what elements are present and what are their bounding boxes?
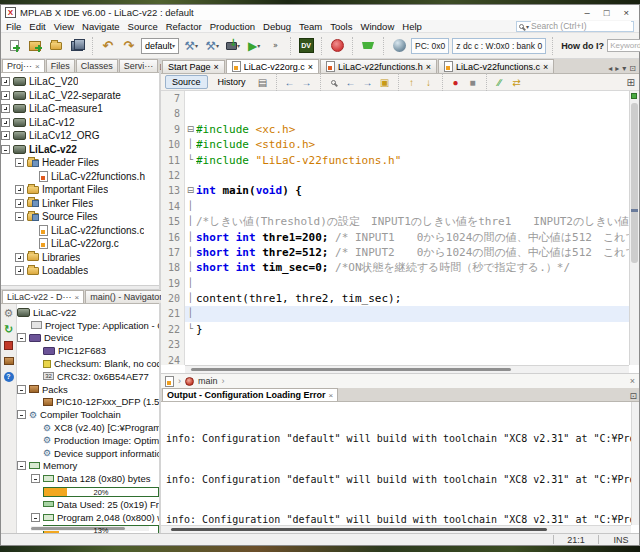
code-line[interactable]: 24 xyxy=(161,353,629,365)
source-view-button[interactable]: Source xyxy=(165,75,208,89)
close-icon[interactable]: × xyxy=(214,62,219,72)
close-icon[interactable]: × xyxy=(75,293,80,302)
code-line[interactable]: 9⊟#include <xc.h> xyxy=(161,122,629,137)
menu-production[interactable]: Production xyxy=(210,21,255,32)
stop-macro-icon[interactable]: ■ xyxy=(466,75,480,89)
close-button[interactable]: × xyxy=(623,7,629,18)
fold-marker-icon[interactable]: ⊟ xyxy=(185,183,196,198)
tab-lilac-v22org[interactable]: LiLaC-v22org.c× xyxy=(226,59,319,73)
dash-item-memory[interactable]: Memory xyxy=(17,460,159,473)
collapse-icon[interactable] xyxy=(17,333,26,342)
mplab-discover-button[interactable] xyxy=(328,37,346,55)
code-line[interactable]: 10│#include <stdio.h> xyxy=(161,137,629,152)
expand-icon[interactable] xyxy=(15,266,24,275)
tree-item-file[interactable]: LiLaC-v22functions.h xyxy=(1,170,159,184)
code-line[interactable]: 19│ xyxy=(161,276,629,291)
dash-item-program-memory[interactable]: Program 2,048 (0x800) words xyxy=(17,511,159,524)
dash-item-device-support[interactable]: ⚙Device support information xyxy=(17,447,159,460)
search-input[interactable] xyxy=(531,21,631,31)
last-edited-icon[interactable]: ▤ xyxy=(256,75,270,89)
split-document-icon[interactable]: ⊞ xyxy=(627,77,635,88)
undo-button[interactable]: ↶ xyxy=(99,37,117,55)
mplab-marketplace-button[interactable] xyxy=(359,37,377,55)
program-dropdown-icon[interactable]: ▾ xyxy=(237,42,240,49)
web-browser-button[interactable] xyxy=(390,37,408,55)
tree-item-project[interactable]: LiLaCv12_ORG xyxy=(1,129,159,143)
build-project-button[interactable]: ⚒▾ xyxy=(182,37,200,55)
code-line[interactable]: 14│ xyxy=(161,199,629,214)
dash-item-toolchain[interactable]: ⚙Compiler Toolchain xyxy=(17,408,159,421)
tab-files[interactable]: Files xyxy=(46,59,75,72)
menu-navigate[interactable]: Navigate xyxy=(82,21,120,32)
clean-build-button[interactable]: ⚒▾ xyxy=(203,37,221,55)
history-view-button[interactable]: History xyxy=(211,75,253,89)
find-previous-icon[interactable]: ← xyxy=(344,75,358,89)
save-all-button[interactable] xyxy=(68,37,86,55)
dash-item-device[interactable]: Device xyxy=(17,332,159,345)
tree-item-loadables[interactable]: Loadables xyxy=(1,264,159,278)
tree-item-file[interactable]: LiLaC-v22functions.c xyxy=(1,224,159,238)
dash-item-xc8[interactable]: ⚙XC8 (v2.40) [C:¥Program File xyxy=(17,421,159,434)
quick-search-box[interactable]: ▾ xyxy=(516,21,634,32)
tree-item-source-files[interactable]: Source Files xyxy=(1,210,159,224)
code-line[interactable]: 17│short int thre2=512; /* INPUT2 0から102… xyxy=(161,245,629,260)
code-line[interactable]: 8 xyxy=(161,106,629,121)
dash-item-checksum[interactable]: Checksum: Blank, no code lo xyxy=(17,357,159,370)
code-line[interactable]: 16│short int thre1=200; /* INPUT1 0から102… xyxy=(161,230,629,245)
data-visualizer-button[interactable]: DV xyxy=(297,37,315,55)
dash-item-data-memory[interactable]: Data 128 (0x80) bytes xyxy=(17,472,159,485)
tree-item-linker-files[interactable]: Linker Files xyxy=(1,197,159,211)
code-line[interactable]: 15│/*しきい値(Threshold)の設定 INPUT1のしきい値をthre… xyxy=(161,214,629,229)
toggle-highlight-icon[interactable]: ▣ xyxy=(378,75,392,89)
menu-tools[interactable]: Tools xyxy=(330,21,352,32)
tree-item-project-active[interactable]: LiLaC-v22 xyxy=(1,143,159,157)
menu-debug[interactable]: Debug xyxy=(263,21,291,32)
clean-build-dropdown-icon[interactable]: ▾ xyxy=(216,42,219,49)
dash-item-crc32[interactable]: 32CRC32: 0x6B54AE77 xyxy=(17,370,159,383)
menu-edit[interactable]: Edit xyxy=(29,21,45,32)
collapse-icon[interactable] xyxy=(17,461,26,470)
scroll-tabs-right-icon[interactable]: ▸ xyxy=(615,64,619,73)
tab-classes[interactable]: Classes xyxy=(76,59,118,72)
project-properties-button[interactable]: ⚙ xyxy=(3,307,15,319)
tab-lilac-functions-h[interactable]: LiLaC-v22functions.h× xyxy=(320,59,437,73)
help-button[interactable]: ? xyxy=(3,371,15,383)
dash-item-production-image[interactable]: ⚙Production Image: Optimizatio xyxy=(17,434,159,447)
configuration-select[interactable]: default ▾ xyxy=(141,38,179,54)
refresh-button[interactable]: ↻ xyxy=(3,323,15,335)
menu-help[interactable]: Help xyxy=(402,21,422,32)
breakpoints-button[interactable] xyxy=(3,339,15,351)
tab-output[interactable]: Output - Configuration Loading Error× xyxy=(162,388,338,401)
breadcrumb-item-main[interactable]: main xyxy=(198,376,218,386)
code-line-current[interactable]: 21│ xyxy=(161,306,629,321)
scrollbar-thumb[interactable] xyxy=(631,103,638,263)
run-project-button[interactable]: ▶▾ xyxy=(245,37,263,55)
scrollbar-thumb[interactable] xyxy=(191,368,511,371)
title-bar[interactable]: X MPLAB X IDE v6.00 - LiLaC-v22 : defaul… xyxy=(1,5,639,20)
make-program-device-button[interactable]: ↓▾ xyxy=(224,37,242,55)
tree-item-important-files[interactable]: Important Files xyxy=(1,183,159,197)
tab-projects[interactable]: Proj···× xyxy=(2,59,45,72)
expand-icon[interactable] xyxy=(1,131,10,140)
collapse-icon[interactable] xyxy=(1,145,10,154)
tab-services[interactable]: Servi··· xyxy=(119,59,159,72)
scrollbar-thumb[interactable] xyxy=(171,528,547,531)
menu-file[interactable]: File xyxy=(6,21,21,32)
new-file-button[interactable] xyxy=(5,37,23,55)
minimize-button[interactable]: – xyxy=(584,7,589,18)
collapse-icon[interactable] xyxy=(31,474,40,483)
editor-hscrollbar[interactable] xyxy=(185,365,629,373)
menu-refactor[interactable]: Refactor xyxy=(166,21,202,32)
close-icon[interactable]: × xyxy=(308,62,313,72)
tab-start-page[interactable]: Start Page× xyxy=(162,60,225,73)
close-icon[interactable]: × xyxy=(630,376,635,386)
new-project-button[interactable] xyxy=(26,37,44,55)
menu-window[interactable]: Window xyxy=(360,21,394,32)
scroll-tabs-left-icon[interactable]: ◂ xyxy=(608,64,612,73)
dash-item-project[interactable]: LiLaC-v22 xyxy=(17,306,159,319)
forward-icon[interactable]: → xyxy=(300,75,314,89)
open-project-button[interactable] xyxy=(47,37,65,55)
expand-icon[interactable] xyxy=(15,199,24,208)
tab-lilac-functions-c[interactable]: LiLaC-v22functions.c× xyxy=(438,59,554,73)
expand-icon[interactable] xyxy=(1,118,10,127)
